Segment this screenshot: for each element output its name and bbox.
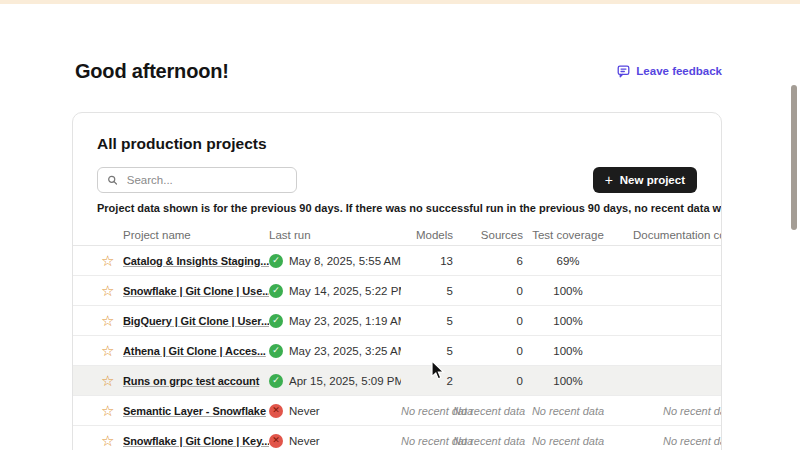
search-box[interactable]	[97, 167, 297, 193]
doc-coverage-value: No recent data	[613, 435, 722, 447]
test-coverage-value: 69%	[523, 255, 613, 267]
last-run-value: May 23, 2025, 1:19 AM BST	[289, 315, 401, 327]
feedback-bubble-icon	[617, 65, 630, 78]
run-success-icon: ✓	[269, 374, 283, 388]
column-header-sources: Sources	[453, 229, 523, 241]
models-value: 13	[401, 255, 453, 267]
last-run-value: May 8, 2025, 5:55 AM BST	[289, 255, 401, 267]
sources-value: No recent data	[453, 435, 523, 447]
column-header-models: Models	[401, 229, 453, 241]
project-link[interactable]: Snowflake | Git Clone | Key...	[123, 435, 269, 447]
table-row[interactable]: ☆ BigQuery | Git Clone | User... ✓ May 2…	[73, 306, 722, 336]
project-link[interactable]: Athena | Git Clone | Acces...	[123, 345, 266, 357]
search-icon	[107, 174, 118, 186]
test-coverage-value: 100%	[523, 375, 613, 387]
last-run-value: Apr 15, 2025, 5:09 PM BST	[289, 375, 401, 387]
table-row[interactable]: ☆ Semantic Layer - Snowflake ✕ Never No …	[73, 396, 722, 426]
new-project-label: New project	[620, 174, 685, 186]
projects-card: All production projects + New project Pr…	[72, 112, 722, 450]
project-link[interactable]: BigQuery | Git Clone | User...	[123, 315, 269, 327]
models-value: 5	[401, 315, 453, 327]
test-coverage-value: 100%	[523, 315, 613, 327]
leave-feedback-label: Leave feedback	[636, 65, 722, 77]
table-row[interactable]: ☆ Snowflake | Git Clone | Key... ✕ Never…	[73, 426, 722, 450]
sources-value: 0	[453, 345, 523, 357]
sources-value: 6	[453, 255, 523, 267]
table-row[interactable]: ☆ Snowflake | Git Clone | Use... ✓ May 1…	[73, 276, 722, 306]
test-coverage-value: No recent data	[523, 435, 613, 447]
favorite-star-icon[interactable]: ☆	[101, 342, 114, 359]
models-value: No recent data	[401, 435, 453, 447]
test-coverage-value: 100%	[523, 285, 613, 297]
dashboard-page: Good afternoon! Leave feedback All produ…	[72, 56, 722, 450]
favorite-star-icon[interactable]: ☆	[101, 372, 114, 389]
card-title: All production projects	[97, 135, 697, 153]
page-header: Good afternoon! Leave feedback	[72, 56, 722, 86]
column-header-last-run: Last run	[269, 229, 401, 241]
run-success-icon: ✓	[269, 344, 283, 358]
search-input[interactable]	[125, 173, 287, 187]
plus-icon: +	[605, 173, 613, 187]
last-run-value: Never	[289, 405, 320, 417]
column-header-project-name: Project name	[123, 229, 269, 241]
test-coverage-value: 100%	[523, 345, 613, 357]
favorite-star-icon[interactable]: ☆	[101, 312, 114, 329]
never-run-icon: ✕	[269, 434, 283, 448]
test-coverage-value: No recent data	[523, 405, 613, 417]
models-value: 5	[401, 285, 453, 297]
column-header-test-coverage: Test coverage	[523, 229, 613, 241]
projects-table: Project name Last run Models Sources Tes…	[73, 224, 722, 450]
toolbar: + New project	[97, 167, 697, 193]
run-success-icon: ✓	[269, 314, 283, 328]
favorite-star-icon[interactable]: ☆	[101, 402, 114, 419]
last-run-value: May 23, 2025, 3:25 AM BST	[289, 345, 401, 357]
table-row[interactable]: ☆ Catalog & Insights Staging... ✓ May 8,…	[73, 246, 722, 276]
sources-value: 0	[453, 315, 523, 327]
doc-coverage-value: No recent data	[613, 405, 722, 417]
run-success-icon: ✓	[269, 254, 283, 268]
new-project-button[interactable]: + New project	[593, 167, 697, 193]
sources-value: No recent data	[453, 405, 523, 417]
last-run-value: Never	[289, 435, 320, 447]
top-accent-bar	[0, 0, 800, 4]
sources-value: 0	[453, 285, 523, 297]
project-link[interactable]: Runs on grpc test account	[123, 375, 259, 387]
models-value: 2	[401, 375, 453, 387]
table-row[interactable]: ☆ Athena | Git Clone | Acces... ✓ May 23…	[73, 336, 722, 366]
column-header-doc-coverage: Documentation coverage	[613, 229, 722, 241]
models-value: 5	[401, 345, 453, 357]
never-run-icon: ✕	[269, 404, 283, 418]
table-header-row: Project name Last run Models Sources Tes…	[73, 224, 722, 246]
favorite-star-icon[interactable]: ☆	[101, 252, 114, 269]
table-row-hovered[interactable]: ☆ Runs on grpc test account ✓ Apr 15, 20…	[73, 366, 722, 396]
favorite-star-icon[interactable]: ☆	[101, 432, 114, 449]
last-run-value: May 14, 2025, 5:22 PM BST	[289, 285, 401, 297]
scrollbar-thumb[interactable]	[791, 85, 797, 230]
project-link[interactable]: Semantic Layer - Snowflake	[123, 405, 266, 417]
leave-feedback-link[interactable]: Leave feedback	[617, 65, 722, 78]
sources-value: 0	[453, 375, 523, 387]
project-link[interactable]: Catalog & Insights Staging...	[123, 255, 269, 267]
models-value: No recent data	[401, 405, 453, 417]
run-success-icon: ✓	[269, 284, 283, 298]
disclaimer-text: Project data shown is for the previous 9…	[97, 202, 697, 214]
project-link[interactable]: Snowflake | Git Clone | Use...	[123, 285, 269, 297]
page-title: Good afternoon!	[75, 60, 229, 83]
favorite-star-icon[interactable]: ☆	[101, 282, 114, 299]
